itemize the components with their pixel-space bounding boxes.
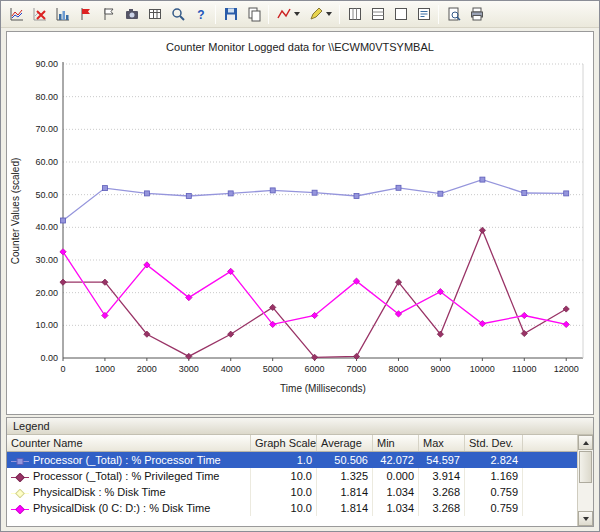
add-counter-button[interactable]: [5, 4, 28, 25]
help-button[interactable]: ?: [189, 4, 212, 25]
toolbar: ?: [1, 1, 599, 28]
column-header-counter-name[interactable]: Counter Name: [7, 435, 251, 451]
min-value: 0.000: [373, 468, 419, 484]
svg-text:10.00: 10.00: [35, 320, 58, 330]
svg-text:2000: 2000: [137, 364, 157, 374]
search-button[interactable]: [166, 4, 189, 25]
legend-table: Counter Name Graph Scale Average Min Max…: [7, 435, 593, 526]
legend-row-disk-time-0cd[interactable]: PhysicalDisk (0 C: D:) : % Disk Time 10.…: [7, 500, 577, 516]
scrollbar-thumb[interactable]: [579, 451, 592, 483]
series-marker-icon: [10, 456, 30, 465]
legend-title: Legend: [7, 418, 593, 435]
average-value: 1.814: [317, 500, 373, 516]
highlight-pen-dropdown-button[interactable]: [304, 4, 336, 25]
std-dev-value: 2.824: [465, 452, 523, 468]
save-button[interactable]: [219, 4, 242, 25]
counter-name: PhysicalDisk (0 C: D:) : % Disk Time: [33, 502, 210, 514]
svg-text:Counter Values (scaled): Counter Values (scaled): [10, 158, 21, 265]
max-value: 3.268: [419, 484, 465, 500]
print-preview-button[interactable]: [442, 4, 465, 25]
scrollbar-track[interactable]: [578, 484, 593, 511]
svg-text:0: 0: [60, 364, 65, 374]
graph-scale-value: 10.0: [251, 484, 317, 500]
grid-horizontal-button[interactable]: [366, 4, 389, 25]
graph-scale-value: 1.0: [251, 452, 317, 468]
histogram-button[interactable]: [51, 4, 74, 25]
svg-text:40.00: 40.00: [35, 222, 58, 232]
counter-name: PhysicalDisk : % Disk Time: [33, 486, 166, 498]
toolbar-separator: [339, 5, 340, 24]
min-value: 1.034: [373, 484, 419, 500]
chevron-down-icon: [294, 12, 300, 16]
svg-text:30.00: 30.00: [35, 255, 58, 265]
svg-text:60.00: 60.00: [35, 157, 58, 167]
max-value: 3.268: [419, 500, 465, 516]
column-header-min[interactable]: Min: [373, 435, 419, 451]
scroll-up-button[interactable]: [578, 435, 593, 450]
average-value: 1.325: [317, 468, 373, 484]
grid-vertical-button[interactable]: [343, 4, 366, 25]
legend-row-privileged-time[interactable]: Processor (_Total) : % Privileged Time 1…: [7, 468, 577, 484]
chart-type-dropdown-button[interactable]: [272, 4, 304, 25]
std-dev-value: 1.169: [465, 468, 523, 484]
counter-name: Processor (_Total) : % Privileged Time: [33, 470, 219, 482]
svg-text:12000: 12000: [554, 364, 579, 374]
svg-text:10000: 10000: [470, 364, 495, 374]
svg-text:7000: 7000: [347, 364, 367, 374]
snapshot-camera-button[interactable]: [120, 4, 143, 25]
freeze-flag-button[interactable]: [74, 4, 97, 25]
print-button[interactable]: [465, 4, 488, 25]
svg-text:90.00: 90.00: [35, 59, 58, 69]
flag-button[interactable]: [97, 4, 120, 25]
average-value: 50.506: [317, 452, 373, 468]
delete-counter-button[interactable]: [28, 4, 51, 25]
min-value: 42.072: [373, 452, 419, 468]
scroll-down-button[interactable]: [578, 511, 593, 526]
series-marker-icon: [10, 504, 30, 513]
svg-text:20.00: 20.00: [35, 288, 58, 298]
copy-button[interactable]: [242, 4, 265, 25]
svg-text:0.00: 0.00: [40, 353, 58, 363]
svg-text:1000: 1000: [95, 364, 115, 374]
toolbar-separator: [438, 5, 439, 24]
chart-border-button[interactable]: [389, 4, 412, 25]
svg-text:50.00: 50.00: [35, 190, 58, 200]
series-marker-icon: [10, 488, 30, 497]
report-grid-button[interactable]: [143, 4, 166, 25]
column-header-max[interactable]: Max: [419, 435, 465, 451]
svg-text:9000: 9000: [430, 364, 450, 374]
svg-text:4000: 4000: [221, 364, 241, 374]
legend-row-disk-time[interactable]: PhysicalDisk : % Disk Time 10.0 1.814 1.…: [7, 484, 577, 500]
std-dev-value: 0.759: [465, 500, 523, 516]
svg-text:70.00: 70.00: [35, 124, 58, 134]
column-header-graph-scale[interactable]: Graph Scale: [251, 435, 317, 451]
chart-panel: Counter Monitor Logged data for \\ECWM0V…: [6, 31, 594, 415]
properties-button[interactable]: [412, 4, 435, 25]
chart-title: Counter Monitor Logged data for \\ECWM0V…: [7, 32, 593, 58]
svg-text:8000: 8000: [388, 364, 408, 374]
legend-row-processor-time[interactable]: Processor (_Total) : % Processor Time 1.…: [7, 452, 577, 468]
toolbar-separator: [268, 5, 269, 24]
max-value: 54.597: [419, 452, 465, 468]
svg-text:6000: 6000: [305, 364, 325, 374]
column-header-average[interactable]: Average: [317, 435, 373, 451]
column-header-std-dev[interactable]: Std. Dev.: [465, 435, 523, 451]
legend-scrollbar[interactable]: [577, 435, 593, 526]
graph-scale-value: 10.0: [251, 500, 317, 516]
arrow-down-icon: [583, 517, 589, 521]
arrow-up-icon: [583, 441, 589, 445]
chart-canvas: 0.0010.0020.0030.0040.0050.0060.0070.008…: [7, 58, 593, 414]
legend-column-headers: Counter Name Graph Scale Average Min Max…: [7, 435, 577, 452]
toolbar-separator: [215, 5, 216, 24]
legend-panel: Legend Counter Name Graph Scale Average …: [6, 417, 594, 527]
svg-text:3000: 3000: [179, 364, 199, 374]
svg-text:11000: 11000: [512, 364, 536, 374]
average-value: 1.814: [317, 484, 373, 500]
svg-text:Time (Milliseconds): Time (Milliseconds): [280, 383, 366, 394]
svg-text:5000: 5000: [263, 364, 283, 374]
std-dev-value: 0.759: [465, 484, 523, 500]
series-marker-icon: [10, 472, 30, 481]
column-header-filler: [523, 435, 577, 451]
svg-text:80.00: 80.00: [35, 92, 58, 102]
max-value: 3.914: [419, 468, 465, 484]
